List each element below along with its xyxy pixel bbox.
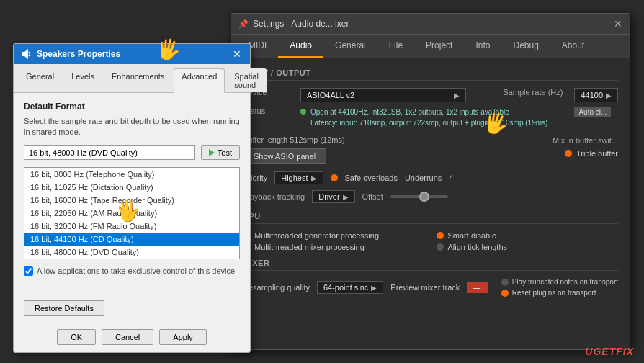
- status-text: Open at 44100Hz, Int32LSB, 1x2 outputs, …: [310, 107, 547, 128]
- settings-body: Input / output Device ASIO4ALL v2 ▶ Samp…: [231, 58, 630, 342]
- tab-levels[interactable]: Levels: [63, 68, 102, 92]
- tab-info[interactable]: Info: [464, 35, 501, 58]
- section-description: Select the sample rate and bit depth to …: [24, 116, 240, 138]
- sample-rate-value[interactable]: 44100 ▶: [574, 88, 618, 102]
- list-item-selected[interactable]: 16 bit, 44100 Hz (CD Quality): [24, 233, 239, 246]
- sample-rate-label: Sample rate (Hz): [473, 88, 567, 97]
- tab-enhancements[interactable]: Enhancements: [104, 68, 172, 92]
- exclusive-checkbox-label[interactable]: Allow applications to take exclusive con…: [24, 266, 240, 276]
- list-item[interactable]: 16 bit, 48000 Hz (DVD Quality): [24, 246, 239, 259]
- playback-label: Playback tracking: [243, 192, 305, 201]
- io-section-header: Input / output: [243, 68, 618, 81]
- offset-slider[interactable]: [390, 195, 448, 198]
- play-truncated-label: Play truncated notes on transport: [512, 278, 618, 286]
- panel-tabs: General Levels Enhancements Advanced Spa…: [14, 64, 250, 93]
- exclusive-section: Allow applications to take exclusive con…: [24, 266, 240, 276]
- ok-button[interactable]: OK: [57, 329, 96, 345]
- cpu-label-4: Align tick lengths: [448, 243, 508, 251]
- safe-overloads-radio[interactable]: [331, 174, 338, 182]
- mixer-right: Play truncated notes on transport Reset …: [501, 278, 618, 297]
- mixer-section-header: Mixer: [243, 259, 618, 271]
- settings-title: Settings - Audio de... ixer: [253, 19, 349, 29]
- panel-bottom-buttons: OK Cancel Apply: [14, 329, 250, 345]
- play-icon: [209, 149, 215, 156]
- format-dropdown[interactable]: 16 bit, 48000 Hz (DVD Quality): [24, 145, 195, 160]
- mixer-section: Mixer Resampling quality 64-point sinc ▶…: [243, 259, 618, 297]
- offset-label: Offset: [362, 192, 383, 201]
- preview-track-box[interactable]: —: [467, 282, 488, 293]
- asio-panel-button[interactable]: Show ASIO panel: [243, 148, 326, 164]
- cpu-label-1: Multithreaded generator processing: [254, 231, 379, 240]
- tab-debug[interactable]: Debug: [501, 35, 550, 58]
- cpu-label-3: Multithreaded mixer processing: [254, 243, 365, 251]
- triple-buffer-radio[interactable]: [565, 150, 572, 157]
- cpu-radio-2[interactable]: [437, 232, 444, 239]
- list-item[interactable]: 16 bit, 16000 Hz (Tape Recorder Quality): [24, 194, 239, 207]
- cpu-section: CPU Multithreaded generator processing S…: [243, 212, 618, 251]
- mixer-row: Resampling quality 64-point sinc ▶ Previ…: [243, 278, 618, 297]
- offset-slider-thumb: [419, 192, 429, 202]
- list-item[interactable]: 16 bit, 8000 Hz (Telephone Quality): [24, 168, 239, 181]
- settings-close-button[interactable]: ✕: [614, 18, 622, 30]
- tab-general[interactable]: General: [323, 35, 377, 58]
- cpu-item-1: Multithreaded generator processing: [243, 231, 425, 240]
- test-button[interactable]: Test: [201, 145, 240, 160]
- driver-box[interactable]: Driver ▶: [312, 190, 354, 203]
- watermark: UGETFIX: [585, 346, 634, 357]
- restore-defaults-row: Restore Defaults: [24, 300, 104, 316]
- tab-about[interactable]: About: [550, 35, 596, 58]
- cpu-grid: Multithreaded generator processing Smart…: [243, 231, 618, 251]
- device-arrow: ▶: [454, 91, 460, 99]
- tab-spatial-sound[interactable]: Spatial sound: [226, 68, 267, 92]
- buffer-row: Buffer length 512smp (12ms) Show ASIO pa…: [243, 135, 618, 164]
- svg-marker-1: [24, 49, 28, 59]
- reset-plugins-radio[interactable]: [501, 290, 509, 297]
- priority-arrow: ▶: [311, 174, 317, 182]
- cpu-section-header: CPU: [243, 212, 618, 224]
- status-indicator: [300, 109, 306, 115]
- settings-panel: 📌 Settings - Audio de... ixer ✕ MIDI Aud…: [231, 13, 630, 350]
- test-label: Test: [218, 148, 232, 157]
- priority-value-box[interactable]: Highest ▶: [274, 171, 323, 184]
- device-value: ASIO4ALL v2: [307, 91, 354, 99]
- settings-titlebar: 📌 Settings - Audio de... ixer ✕: [231, 14, 630, 35]
- cpu-item-2: Smart disable: [437, 231, 619, 240]
- priority-row: Priority Highest ▶ Safe overloads Underr…: [243, 171, 618, 184]
- device-value-bar[interactable]: ASIO4ALL v2 ▶: [300, 88, 466, 102]
- list-item[interactable]: 16 bit, 22050 Hz (AM Radio Quality): [24, 207, 239, 220]
- triple-buffer-label: Triple buffer: [576, 149, 618, 158]
- auto-chip: Auto cl...: [574, 107, 611, 117]
- format-row: 16 bit, 48000 Hz (DVD Quality) Test: [24, 145, 240, 160]
- panel-close-button[interactable]: ✕: [231, 49, 243, 59]
- panel-title: Speakers Properties: [37, 49, 120, 59]
- underruns-value: 4: [449, 174, 453, 182]
- cpu-item-4: Align tick lengths: [437, 243, 619, 251]
- list-item[interactable]: 16 bit, 32000 Hz (FM Radio Quality): [24, 220, 239, 233]
- play-truncated-radio[interactable]: [501, 279, 509, 286]
- settings-tabs: MIDI Audio General File Project Info Deb…: [231, 35, 630, 58]
- driver-arrow: ▶: [343, 193, 349, 201]
- resample-label: Resampling quality: [243, 283, 310, 292]
- reset-plugins-row: Reset plugins on transport: [501, 289, 618, 297]
- tab-advanced[interactable]: Advanced: [174, 68, 225, 93]
- tab-project[interactable]: Project: [414, 35, 464, 58]
- resample-value-box[interactable]: 64-point sinc ▶: [317, 281, 383, 294]
- tab-audio[interactable]: Audio: [278, 35, 323, 58]
- panel-content: Default Format Select the sample rate an…: [14, 93, 250, 287]
- underruns-label: Underruns: [405, 174, 442, 182]
- safe-overloads-label: Safe overloads: [345, 174, 398, 182]
- restore-defaults-button[interactable]: Restore Defaults: [24, 300, 104, 316]
- cancel-button[interactable]: Cancel: [102, 329, 153, 345]
- tab-file[interactable]: File: [377, 35, 414, 58]
- cpu-radio-4[interactable]: [437, 243, 444, 251]
- svg-rect-0: [22, 52, 24, 56]
- section-title: Default Format: [24, 102, 240, 112]
- tab-general[interactable]: General: [18, 68, 62, 92]
- resample-arrow: ▶: [371, 284, 377, 292]
- exclusive-checkbox[interactable]: [24, 266, 33, 276]
- buffer-label: Buffer length 512smp (12ms): [243, 135, 345, 144]
- list-item[interactable]: 16 bit, 11025 Hz (Dictation Quality): [24, 181, 239, 194]
- speakers-properties-panel: Speakers Properties ✕ General Levels Enh…: [13, 43, 251, 353]
- settings-titlebar-left: 📌 Settings - Audio de... ixer: [238, 19, 349, 29]
- apply-button[interactable]: Apply: [159, 329, 207, 345]
